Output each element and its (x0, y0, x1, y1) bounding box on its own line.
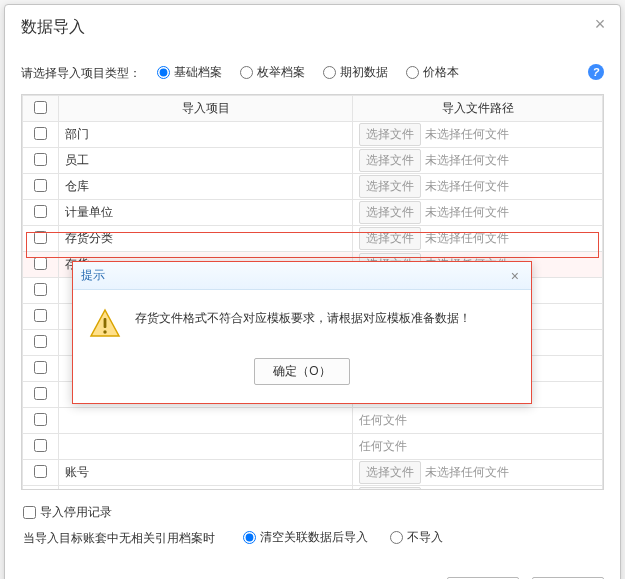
alert-header: 提示 × (73, 262, 531, 290)
import-table: 导入项目 导入文件路径 部门选择文件未选择任何文件员工选择文件未选择任何文件仓库… (21, 94, 604, 490)
type-radio-0[interactable]: 基础档案 (157, 64, 222, 81)
header-path: 导入文件路径 (353, 96, 603, 122)
no-file-text: 未选择任何文件 (425, 205, 509, 219)
row-checkbox[interactable] (34, 335, 47, 348)
table-row: 账号选择文件未选择任何文件 (23, 460, 603, 486)
table-header-row: 导入项目 导入文件路径 (23, 96, 603, 122)
row-checkbox-cell (23, 304, 59, 330)
row-checkbox[interactable] (34, 205, 47, 218)
ref-option-1[interactable]: 不导入 (390, 529, 443, 546)
row-file-cell: 选择文件未选择任何文件 (353, 460, 603, 486)
row-checkbox-cell (23, 356, 59, 382)
header-project: 导入项目 (59, 96, 353, 122)
row-checkbox-cell (23, 382, 59, 408)
choose-file-button[interactable]: 选择文件 (359, 487, 421, 490)
alert-title: 提示 (81, 267, 105, 284)
row-project-name: 结算方式 (59, 486, 353, 491)
ref-radio-input[interactable] (243, 531, 256, 544)
row-checkbox[interactable] (34, 439, 47, 452)
table-row: 员工选择文件未选择任何文件 (23, 148, 603, 174)
close-icon[interactable]: × (590, 15, 610, 35)
row-checkbox[interactable] (34, 257, 47, 270)
choose-file-button[interactable]: 选择文件 (359, 201, 421, 224)
row-checkbox-cell (23, 148, 59, 174)
header-checkbox-cell (23, 96, 59, 122)
dialog-header: 数据导入 × (5, 5, 620, 46)
row-project-name: 存货分类 (59, 226, 353, 252)
svg-rect-1 (104, 318, 107, 328)
row-project-name: 仓库 (59, 174, 353, 200)
row-checkbox[interactable] (34, 309, 47, 322)
dialog-footer: 确定 取消 (5, 567, 620, 579)
row-checkbox[interactable] (34, 413, 47, 426)
no-file-text: 任何文件 (359, 439, 407, 453)
type-radio-3[interactable]: 价格本 (406, 64, 459, 81)
row-checkbox[interactable] (34, 387, 47, 400)
row-project-name: 账号 (59, 460, 353, 486)
choose-file-button[interactable]: 选择文件 (359, 227, 421, 250)
table-row: 计量单位选择文件未选择任何文件 (23, 200, 603, 226)
table-row: 仓库选择文件未选择任何文件 (23, 174, 603, 200)
ref-radio-input[interactable] (390, 531, 403, 544)
dialog-title: 数据导入 (21, 17, 604, 38)
row-project-name: 计量单位 (59, 200, 353, 226)
no-file-text: 未选择任何文件 (425, 231, 509, 245)
row-checkbox[interactable] (34, 179, 47, 192)
table-row: 任何文件 (23, 408, 603, 434)
alert-message: 存货文件格式不符合对应模板要求，请根据对应模板准备数据！ (135, 308, 471, 340)
select-all-checkbox[interactable] (34, 101, 47, 114)
type-radio-input[interactable] (157, 66, 170, 79)
alert-dialog: 提示 × 存货文件格式不符合对应模板要求，请根据对应模板准备数据！ 确定（O） (72, 261, 532, 404)
type-radio-input[interactable] (240, 66, 253, 79)
table-row: 存货分类选择文件未选择任何文件 (23, 226, 603, 252)
alert-footer: 确定（O） (73, 348, 531, 403)
table-row: 结算方式选择文件未选择任何文件 (23, 486, 603, 491)
row-checkbox[interactable] (34, 361, 47, 374)
no-file-text: 未选择任何文件 (425, 153, 509, 167)
no-file-text: 任何文件 (359, 413, 407, 427)
choose-file-button[interactable]: 选择文件 (359, 175, 421, 198)
type-radio-1[interactable]: 枚举档案 (240, 64, 305, 81)
no-file-text: 未选择任何文件 (425, 127, 509, 141)
row-checkbox[interactable] (34, 283, 47, 296)
help-icon[interactable]: ? (588, 64, 604, 80)
row-checkbox-cell (23, 408, 59, 434)
row-checkbox[interactable] (34, 127, 47, 140)
row-checkbox-cell (23, 226, 59, 252)
row-file-cell: 选择文件未选择任何文件 (353, 174, 603, 200)
choose-file-button[interactable]: 选择文件 (359, 461, 421, 484)
import-disabled-checkbox[interactable] (23, 506, 36, 519)
row-checkbox-cell (23, 460, 59, 486)
table-row: 部门选择文件未选择任何文件 (23, 122, 603, 148)
choose-file-button[interactable]: 选择文件 (359, 149, 421, 172)
alert-close-icon[interactable]: × (507, 268, 523, 284)
row-checkbox[interactable] (34, 153, 47, 166)
row-project-name: 部门 (59, 122, 353, 148)
import-disabled-row: 导入停用记录 (23, 500, 602, 525)
ref-label: 当导入目标账套中无相关引用档案时 (23, 530, 215, 547)
import-disabled-option[interactable]: 导入停用记录 (23, 504, 112, 521)
type-radio-input[interactable] (406, 66, 419, 79)
row-checkbox[interactable] (34, 231, 47, 244)
ref-option-0[interactable]: 清空关联数据后导入 (243, 529, 368, 546)
ref-option-row: 当导入目标账套中无相关引用档案时 清空关联数据后导入不导入 (23, 525, 602, 551)
row-checkbox-cell (23, 200, 59, 226)
alert-ok-button[interactable]: 确定（O） (254, 358, 349, 385)
row-file-cell: 选择文件未选择任何文件 (353, 486, 603, 491)
import-dialog: 数据导入 × 请选择导入项目类型： 基础档案枚举档案期初数据价格本 ? 导入项目… (4, 4, 621, 579)
row-file-cell: 选择文件未选择任何文件 (353, 226, 603, 252)
row-file-cell: 任何文件 (353, 408, 603, 434)
row-checkbox[interactable] (34, 465, 47, 478)
type-label: 请选择导入项目类型： (21, 65, 141, 82)
type-radio-input[interactable] (323, 66, 336, 79)
type-radio-2[interactable]: 期初数据 (323, 64, 388, 81)
row-file-cell: 选择文件未选择任何文件 (353, 148, 603, 174)
no-file-text: 未选择任何文件 (425, 465, 509, 479)
row-file-cell: 选择文件未选择任何文件 (353, 122, 603, 148)
no-file-text: 未选择任何文件 (425, 179, 509, 193)
choose-file-button[interactable]: 选择文件 (359, 123, 421, 146)
alert-body: 存货文件格式不符合对应模板要求，请根据对应模板准备数据！ (73, 290, 531, 348)
options-area: 导入停用记录 当导入目标账套中无相关引用档案时 清空关联数据后导入不导入 (21, 490, 604, 555)
table-row: 任何文件 (23, 434, 603, 460)
dialog-body: 请选择导入项目类型： 基础档案枚举档案期初数据价格本 ? 导入项目 导入文件路径… (5, 46, 620, 567)
